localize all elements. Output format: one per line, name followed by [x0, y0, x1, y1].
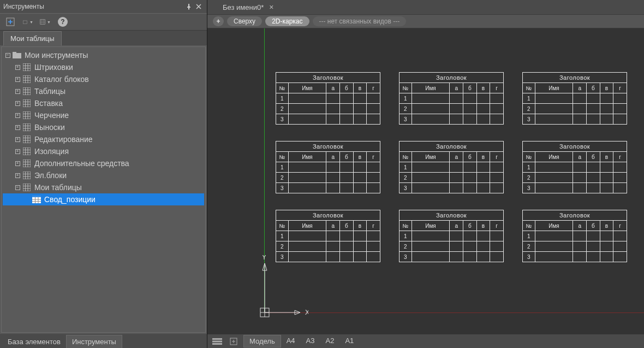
expand-icon[interactable]: +: [14, 172, 21, 179]
layout-tab[interactable]: Модель: [243, 335, 281, 347]
view-top-pill[interactable]: Сверху: [227, 16, 262, 26]
expand-icon[interactable]: +: [14, 123, 21, 131]
close-icon[interactable]: ×: [269, 3, 273, 11]
tree-view[interactable]: − Мои инструменты +Штриховки+Каталог бло…: [1, 46, 206, 333]
table-col-header: г: [367, 152, 380, 162]
cad-table[interactable]: Заголовок№Имяабвг123: [276, 141, 380, 193]
bottom-tab-database[interactable]: База элементов: [2, 335, 66, 348]
tree-item[interactable]: +Черчение: [3, 109, 204, 121]
svg-rect-9: [23, 111, 31, 119]
toolbar-button-3[interactable]: ▼: [39, 16, 51, 28]
panel-bottom-tabs: База элементов Инструменты: [0, 334, 207, 348]
panel-top-tab[interactable]: Мои таблицы: [3, 31, 62, 46]
tree-root[interactable]: − Мои инструменты: [3, 49, 204, 61]
x-axis-line: [264, 312, 644, 313]
layout-add-icon[interactable]: [227, 337, 240, 346]
table-col-header: г: [490, 221, 504, 231]
help-icon: ?: [58, 17, 68, 27]
table-col-header: б: [587, 221, 600, 231]
table-col-header: г: [367, 83, 380, 93]
table-col-header: №: [523, 152, 535, 162]
table-row: 3: [276, 252, 380, 262]
cad-table[interactable]: Заголовок№Имяабвг123: [399, 210, 504, 262]
expand-icon[interactable]: +: [14, 135, 21, 143]
expand-icon[interactable]: +: [14, 160, 21, 167]
status-bar: МодельA4A3A2A1: [207, 334, 644, 348]
view-wireframe-pill[interactable]: 2D-каркас: [265, 16, 309, 26]
view-controls: + Сверху 2D-каркас --- нет связанных вид…: [207, 14, 644, 28]
tree-label: Каталог блоков: [34, 75, 89, 84]
collapse-icon[interactable]: −: [4, 51, 11, 59]
view-linked-pill[interactable]: --- нет связанных видов ---: [313, 16, 407, 26]
tree-item[interactable]: +Дополнительные средства: [3, 157, 204, 169]
add-palette-button[interactable]: [4, 16, 16, 28]
tree-item[interactable]: +Редактирование: [3, 133, 204, 145]
add-view-button[interactable]: +: [213, 16, 224, 26]
expand-icon[interactable]: +: [14, 87, 21, 95]
layout-tab[interactable]: A4: [281, 335, 301, 347]
cad-table[interactable]: Заголовок№Имяабвг123: [399, 72, 504, 125]
expand-icon[interactable]: +: [14, 63, 21, 71]
table-col-header: №: [276, 83, 289, 93]
table-title: Заголовок: [399, 73, 504, 83]
svg-rect-10: [23, 123, 31, 131]
toolbar-button-2[interactable]: ▼: [22, 16, 34, 28]
table-col-header: б: [340, 221, 354, 231]
drawing-canvas[interactable]: Заголовок№Имяабвг123Заголовок№Имяабвг123…: [207, 28, 644, 334]
grid-icon: [22, 111, 31, 120]
help-button[interactable]: ?: [57, 16, 69, 28]
bottom-tab-tools[interactable]: Инструменты: [66, 335, 122, 348]
pin-icon[interactable]: [184, 2, 194, 11]
chevron-down-icon: ▼: [29, 20, 33, 24]
document-tab[interactable]: Без имени0* ×: [218, 1, 278, 13]
table-row: 1: [399, 93, 504, 104]
expand-icon[interactable]: +: [14, 99, 21, 107]
expand-icon[interactable]: +: [14, 148, 21, 155]
tree-label: Таблицы: [34, 87, 65, 96]
table-row: 1: [399, 162, 504, 173]
layout-list-icon[interactable]: [211, 337, 224, 346]
close-panel-icon[interactable]: [194, 2, 204, 11]
tree-item[interactable]: +Вставка: [3, 97, 204, 109]
expand-icon[interactable]: +: [14, 111, 21, 119]
table-col-header: г: [613, 83, 627, 93]
tree-item[interactable]: +Таблицы: [3, 85, 204, 97]
expand-icon[interactable]: +: [14, 75, 21, 83]
cad-table[interactable]: Заголовок№Имяабвг123: [522, 210, 627, 262]
table-col-header: Имя: [535, 221, 573, 231]
grid-icon: [22, 75, 31, 84]
collapse-icon[interactable]: −: [14, 184, 21, 191]
tree-item[interactable]: +Каталог блоков: [3, 73, 204, 85]
tree-label: Вставка: [34, 99, 63, 108]
tree-label: Выноски: [34, 123, 65, 132]
svg-rect-29: [212, 343, 222, 345]
table-col-header: а: [573, 221, 587, 231]
table-row: 2: [276, 104, 380, 114]
grid-icon: [22, 159, 31, 168]
table-col-header: г: [613, 221, 627, 231]
tree-label: Штриховки: [34, 63, 73, 72]
svg-rect-17: [32, 196, 41, 197]
cad-table[interactable]: Заголовок№Имяабвг123: [522, 72, 627, 125]
cad-table[interactable]: Заголовок№Имяабвг123: [276, 210, 380, 262]
tree-item[interactable]: +Штриховки: [3, 61, 204, 73]
tree-item[interactable]: −Мои таблицы: [3, 181, 204, 193]
tree-item[interactable]: +Изоляция: [3, 145, 204, 157]
svg-rect-1: [23, 21, 27, 24]
svg-marker-22: [263, 263, 267, 270]
table-col-header: Имя: [412, 83, 450, 93]
tree-label: Свод_позиции: [44, 195, 96, 204]
table-row: 3: [276, 114, 380, 125]
table-col-header: Имя: [288, 83, 326, 93]
layout-tab[interactable]: A3: [301, 335, 320, 347]
cad-table[interactable]: Заголовок№Имяабвг123: [276, 72, 380, 125]
grid-icon: [22, 183, 31, 192]
tree-item[interactable]: +Выноски: [3, 121, 204, 133]
table-title: Заголовок: [276, 73, 380, 83]
tree-item[interactable]: +Эл.блоки: [3, 169, 204, 181]
tree-leaf-selected[interactable]: Свод_позиции: [3, 193, 204, 205]
layout-tab[interactable]: A2: [320, 335, 339, 347]
cad-table[interactable]: Заголовок№Имяабвг123: [522, 141, 627, 193]
layout-tab[interactable]: A1: [339, 335, 359, 347]
cad-table[interactable]: Заголовок№Имяабвг123: [399, 141, 504, 193]
